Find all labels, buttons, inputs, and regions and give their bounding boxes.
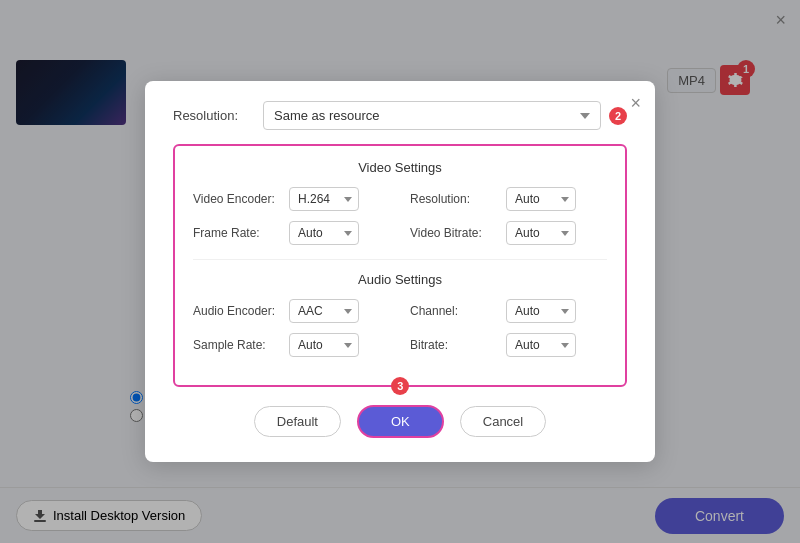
resolution-row: Resolution: Same as resource 2 [173,101,627,130]
resolution-right-select[interactable]: Auto [506,187,576,211]
section-divider [193,259,607,260]
resolution-label: Resolution: [173,108,263,123]
resolution-right-label: Resolution: [410,192,500,206]
resolution-select[interactable]: Same as resource [263,101,601,130]
video-settings-title: Video Settings [193,160,607,175]
resolution-right-row: Resolution: Auto [410,187,607,211]
channel-row: Channel: Auto [410,299,607,323]
sample-rate-row: Sample Rate: Auto [193,333,390,357]
bitrate-select[interactable]: Auto [506,333,576,357]
settings-dialog: × Resolution: Same as resource 2 Video S… [145,81,655,462]
channel-select[interactable]: Auto [506,299,576,323]
bitrate-row: Bitrate: Auto [410,333,607,357]
ok-button[interactable]: OK [357,405,444,438]
video-bitrate-label: Video Bitrate: [410,226,500,240]
video-bitrate-select[interactable]: Auto [506,221,576,245]
audio-settings-grid: Audio Encoder: AAC Channel: Auto Sample … [193,299,607,357]
settings-box: Video Settings Video Encoder: H.264 Reso… [173,144,627,387]
sample-rate-select[interactable]: Auto [289,333,359,357]
modal-overlay: × Resolution: Same as resource 2 Video S… [0,0,800,543]
video-settings-grid: Video Encoder: H.264 Resolution: Auto Fr… [193,187,607,245]
step3-badge: 3 [391,377,409,395]
cancel-button[interactable]: Cancel [460,406,546,437]
sample-rate-label: Sample Rate: [193,338,283,352]
video-encoder-label: Video Encoder: [193,192,283,206]
default-button[interactable]: Default [254,406,341,437]
bitrate-label: Bitrate: [410,338,500,352]
audio-encoder-label: Audio Encoder: [193,304,283,318]
audio-encoder-row: Audio Encoder: AAC [193,299,390,323]
channel-label: Channel: [410,304,500,318]
video-encoder-row: Video Encoder: H.264 [193,187,390,211]
video-encoder-select[interactable]: H.264 [289,187,359,211]
step2-badge: 2 [609,107,627,125]
frame-rate-select[interactable]: Auto [289,221,359,245]
frame-rate-row: Frame Rate: Auto [193,221,390,245]
dialog-actions: Default 3 OK Cancel [173,405,627,438]
dialog-close-button[interactable]: × [630,93,641,114]
audio-encoder-select[interactable]: AAC [289,299,359,323]
audio-settings-title: Audio Settings [193,272,607,287]
video-bitrate-row: Video Bitrate: Auto [410,221,607,245]
frame-rate-label: Frame Rate: [193,226,283,240]
